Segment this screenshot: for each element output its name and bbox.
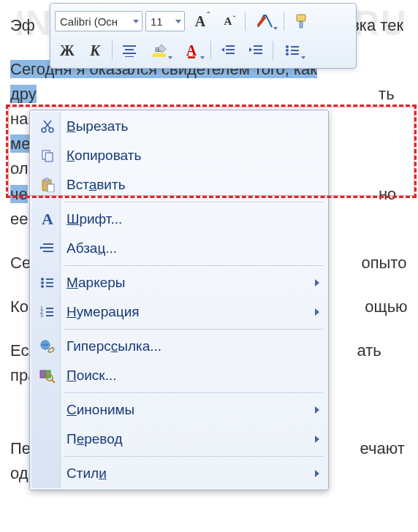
svg-rect-1: [300, 21, 303, 28]
bullets-icon: [285, 44, 300, 57]
separator: [273, 41, 273, 60]
doc-text: Ко: [10, 297, 28, 316]
menu-item-translate[interactable]: Перевод: [31, 425, 327, 454]
menu-separator: [64, 392, 324, 393]
chevron-down-icon: [273, 27, 278, 30]
svg-point-18: [286, 49, 289, 52]
selected-text[interactable]: дру: [10, 85, 37, 103]
chevron-down-icon: [175, 20, 181, 23]
menu-label: Вырезать: [66, 118, 129, 134]
menu-item-hyperlink[interactable]: Гиперссылка...: [31, 332, 327, 361]
mini-toolbar: Calibri (Оcн 11 Aˆ Aˇ: [50, 3, 357, 69]
doc-text: опыто: [361, 254, 406, 272]
menu-item-numbering[interactable]: 123 Нумерация: [31, 297, 327, 327]
svg-line-52: [52, 380, 55, 383]
menu-label: Шрифт...: [66, 211, 122, 227]
bold-button[interactable]: Ж: [55, 39, 80, 61]
bullets-button[interactable]: [278, 39, 307, 61]
submenu-arrow-icon: [315, 279, 319, 286]
font-dialog-icon: A: [33, 205, 62, 234]
doc-text: ечают: [360, 439, 405, 457]
svg-marker-11: [221, 48, 224, 52]
synonyms-icon: [33, 395, 62, 425]
increase-indent-icon: [248, 44, 263, 57]
submenu-arrow-icon: [315, 406, 319, 414]
selected-text[interactable]: ме: [10, 134, 30, 153]
menu-label: Маркеры: [66, 275, 126, 291]
menu-label: Вставить: [66, 177, 126, 193]
menu-label: Перевод: [66, 431, 122, 447]
doc-text: Эф: [10, 16, 35, 34]
font-size-value: 11: [151, 15, 163, 28]
grow-font-icon: Aˆ: [195, 14, 205, 28]
menu-label: Абзац...: [66, 240, 117, 256]
menu-label: Гиперссылка...: [66, 338, 162, 354]
menu-item-font[interactable]: A Шрифт...: [31, 205, 327, 234]
svg-point-35: [41, 278, 44, 281]
separator: [210, 41, 211, 60]
svg-point-39: [41, 285, 44, 288]
chevron-down-icon: [133, 20, 139, 23]
menu-separator: [64, 456, 324, 457]
shrink-font-button[interactable]: Aˇ: [216, 10, 240, 32]
styles-icon: [33, 459, 62, 488]
increase-indent-button[interactable]: [243, 39, 268, 61]
cut-icon: [33, 112, 62, 141]
highlight-button[interactable]: ab: [145, 39, 174, 61]
separator: [245, 12, 246, 31]
font-color-icon: A: [186, 42, 197, 59]
separator: [112, 41, 113, 60]
menu-separator: [64, 202, 324, 202]
svg-rect-29: [45, 178, 49, 181]
menu-separator: [64, 329, 324, 330]
align-center-button[interactable]: [117, 39, 142, 61]
font-color-button[interactable]: A: [177, 39, 206, 61]
align-center-icon: [122, 44, 137, 57]
selected-text[interactable]: че: [10, 185, 28, 203]
format-painter-icon: [293, 13, 309, 29]
svg-point-16: [286, 45, 289, 48]
menu-item-cut[interactable]: Вырезать: [31, 112, 327, 141]
search-icon: [33, 361, 62, 390]
doc-text: вка тек: [351, 16, 403, 34]
paragraph-icon: [33, 234, 62, 263]
chevron-down-icon: [168, 56, 172, 59]
svg-rect-27: [45, 153, 53, 162]
menu-item-bullets[interactable]: Маркеры: [31, 268, 327, 297]
menu-label: Стили: [66, 466, 107, 482]
bold-icon: Ж: [60, 42, 75, 59]
styles-button[interactable]: [250, 10, 279, 32]
menu-label: Копировать: [66, 148, 141, 164]
italic-icon: К: [90, 42, 100, 59]
hyperlink-icon: [33, 332, 62, 361]
translate-icon: [33, 425, 62, 454]
format-painter-button[interactable]: [289, 10, 314, 32]
styles-icon: [256, 13, 273, 29]
menu-item-copy[interactable]: Копировать: [31, 141, 327, 170]
menu-item-paragraph[interactable]: Абзац...: [31, 234, 327, 263]
decrease-indent-button[interactable]: [216, 39, 240, 61]
menu-separator: [64, 265, 324, 266]
doc-text: ощью: [365, 297, 407, 316]
grow-font-button[interactable]: Aˆ: [188, 10, 213, 32]
submenu-arrow-icon: [315, 308, 319, 316]
font-size-combo[interactable]: 11: [145, 11, 185, 31]
separator: [284, 12, 284, 31]
numbering-icon: 123: [33, 297, 62, 327]
chevron-down-icon: [200, 56, 205, 59]
context-menu: Вырезать Копировать Вставить A Шрифт... …: [29, 110, 329, 490]
menu-label: Поиск...: [66, 368, 117, 384]
svg-marker-34: [40, 246, 43, 249]
menu-item-paste[interactable]: Вставить: [31, 170, 327, 200]
shrink-font-icon: Aˇ: [224, 16, 232, 27]
font-name-combo[interactable]: Calibri (Оcн: [55, 11, 142, 31]
svg-point-20: [286, 53, 289, 56]
svg-rect-30: [48, 184, 54, 192]
menu-item-search[interactable]: Поиск...: [31, 361, 327, 390]
svg-point-37: [41, 281, 44, 284]
menu-item-styles[interactable]: Стили: [31, 459, 327, 488]
highlight-icon: ab: [151, 43, 167, 58]
menu-label: Синонимы: [66, 402, 134, 418]
menu-item-synonyms[interactable]: Синонимы: [31, 395, 327, 425]
italic-button[interactable]: К: [83, 39, 107, 61]
